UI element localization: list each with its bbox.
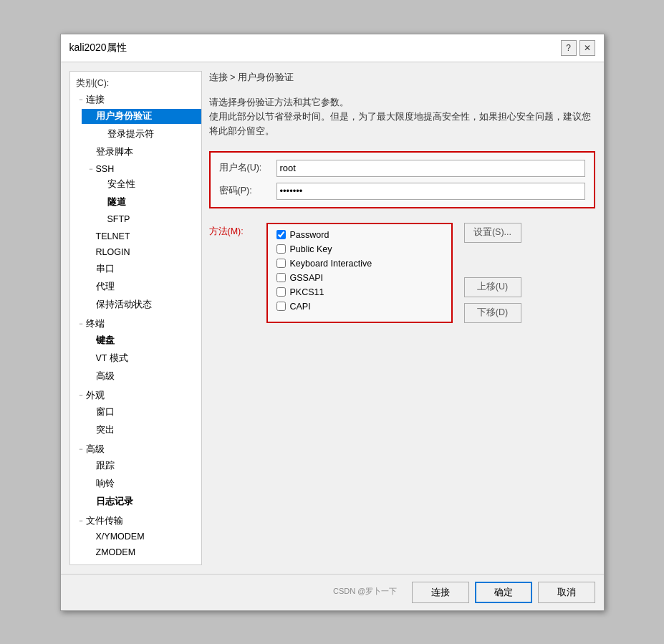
- sidebar-item-user-auth[interactable]: 用户身份验证: [82, 107, 201, 125]
- sidebar-item-keepalive[interactable]: 保持活动状态: [82, 296, 201, 314]
- sidebar-item-keyboard[interactable]: 键盘: [82, 332, 201, 350]
- sidebar-item-terminal-root[interactable]: － 终端 键盘 VT 模式: [70, 315, 201, 387]
- move-up-button[interactable]: 上移(U): [464, 277, 521, 297]
- toggle-icon: [86, 232, 96, 240]
- method-gssapi-label: GSSAPI: [290, 273, 324, 283]
- method-capi-checkbox[interactable]: [276, 302, 286, 311]
- method-gssapi-checkbox[interactable]: [276, 273, 286, 282]
- sidebar: 类别(C): － 连接 用户身份验证: [69, 71, 202, 565]
- method-pkcs11-row[interactable]: PKCS11: [276, 287, 443, 297]
- sidebar-item-xymodem[interactable]: X/YMODEM: [82, 529, 201, 544]
- sidebar-item-label: 安全性: [107, 178, 135, 191]
- sidebar-item-sftp[interactable]: SFTP: [93, 211, 201, 227]
- sidebar-item-rlogin[interactable]: RLOGIN: [82, 244, 201, 260]
- password-input[interactable]: [276, 183, 585, 200]
- method-public-key-row[interactable]: Public Key: [276, 244, 443, 254]
- toggle-icon: [86, 112, 96, 120]
- sidebar-item-label: 窗口: [96, 406, 115, 418]
- sidebar-item-highlight[interactable]: 突出: [82, 421, 201, 439]
- method-password-label: Password: [290, 230, 329, 240]
- method-public-key-checkbox[interactable]: [276, 244, 286, 254]
- dialog-body: 类别(C): － 连接 用户身份验证: [61, 62, 604, 574]
- toggle-icon: －: [76, 444, 86, 454]
- sidebar-item-label: VT 模式: [96, 352, 128, 365]
- credentials-box: 用户名(U): 密码(P):: [209, 151, 595, 208]
- sidebar-item-advanced-root[interactable]: － 高级 跟踪 响铃: [70, 441, 201, 512]
- sidebar-item-appearance-root[interactable]: － 外观 窗口 突出: [70, 387, 201, 441]
- sidebar-item-security[interactable]: 安全性: [93, 176, 201, 193]
- sidebar-item-label: 跟踪: [96, 460, 115, 472]
- sidebar-item-vt-mode[interactable]: VT 模式: [82, 350, 201, 367]
- method-keyboard-row[interactable]: Keyboard Interactive: [276, 259, 443, 269]
- ok-button[interactable]: 确定: [475, 582, 532, 603]
- sidebar-item-zmodem[interactable]: ZMODEM: [82, 544, 201, 560]
- sidebar-item-label: 用户身份验证: [96, 110, 152, 122]
- sidebar-item-telnet[interactable]: TELNET: [82, 229, 201, 244]
- toggle-icon: [86, 498, 96, 506]
- method-pkcs11-checkbox[interactable]: [276, 287, 286, 297]
- sidebar-item-login-prompt[interactable]: 登录提示符: [93, 125, 201, 143]
- sidebar-item-label: 串口: [96, 263, 115, 275]
- password-label: 密码(P):: [219, 185, 276, 197]
- method-box-wrapper: Password Public Key Keyboard Interactive: [266, 223, 595, 323]
- sidebar-item-tunnel[interactable]: 隧道: [93, 193, 201, 211]
- toggle-icon: －: [76, 516, 86, 526]
- sidebar-item-window[interactable]: 窗口: [82, 403, 201, 421]
- toggle-icon: －: [86, 164, 96, 174]
- sidebar-item-label: 隧道: [107, 196, 126, 208]
- sidebar-item-login-script[interactable]: 登录脚本: [82, 143, 201, 161]
- watermark: CSDN @罗卜一下: [69, 582, 406, 603]
- sidebar-item-logging[interactable]: 日志记录: [82, 493, 201, 511]
- method-password-checkbox[interactable]: [276, 230, 286, 239]
- sidebar-item-serial[interactable]: 串口: [82, 260, 201, 278]
- toggle-icon: [86, 373, 96, 380]
- toggle-icon: [86, 480, 96, 488]
- sidebar-item-label: 代理: [96, 281, 115, 293]
- sidebar-item-label: 文件传输: [86, 515, 123, 527]
- sidebar-item-label: 终端: [86, 318, 105, 330]
- sidebar-item-connection[interactable]: － 连接 用户身份验证 登录提示符: [70, 91, 201, 315]
- toggle-icon: [86, 426, 96, 434]
- username-input[interactable]: [276, 160, 585, 177]
- dialog-title: kali2020属性: [69, 42, 127, 54]
- description-line-1: 请选择身份验证方法和其它参数。: [209, 95, 595, 110]
- toggle-icon: [86, 408, 96, 416]
- sidebar-item-ssh[interactable]: － SSH 安全性: [82, 161, 201, 229]
- cancel-button[interactable]: 取消: [538, 582, 595, 603]
- move-down-button[interactable]: 下移(D): [464, 303, 521, 323]
- connect-button[interactable]: 连接: [412, 582, 469, 603]
- toggle-icon: [86, 462, 96, 470]
- toggle-icon: [86, 148, 96, 156]
- sidebar-item-label: SFTP: [107, 214, 130, 224]
- method-gssapi-row[interactable]: GSSAPI: [276, 273, 443, 283]
- settings-button[interactable]: 设置(S)...: [464, 223, 521, 243]
- sidebar-item-advanced-terminal[interactable]: 高级: [82, 367, 201, 385]
- username-label: 用户名(U):: [219, 162, 276, 174]
- sidebar-item-label: 外观: [86, 390, 105, 402]
- help-button[interactable]: ?: [561, 40, 577, 56]
- toggle-icon: [97, 181, 107, 188]
- title-bar: kali2020属性 ? ✕: [61, 34, 604, 62]
- close-button[interactable]: ✕: [579, 40, 595, 56]
- method-password-row[interactable]: Password: [276, 230, 443, 240]
- sidebar-item-proxy[interactable]: 代理: [82, 278, 201, 296]
- sidebar-item-label: RLOGIN: [96, 247, 130, 257]
- sidebar-item-label: 保持活动状态: [96, 299, 152, 311]
- sidebar-item-label: 连接: [86, 94, 105, 106]
- toggle-icon: [86, 248, 96, 256]
- sidebar-item-filetransfer-root[interactable]: － 文件传输 X/YMODEM ZMODEM: [70, 512, 201, 562]
- sidebar-item-bell[interactable]: 响铃: [82, 475, 201, 493]
- sidebar-item-label: TELNET: [96, 231, 130, 241]
- description-line-2: 使用此部分以节省登录时间。但是，为了最大限度地提高安全性，如果担心安全问题，建议…: [209, 110, 595, 138]
- method-label: 方法(M):: [209, 223, 266, 238]
- method-keyboard-checkbox[interactable]: [276, 259, 286, 268]
- breadcrumb: 连接 > 用户身份验证: [209, 71, 595, 88]
- dialog-footer: CSDN @罗卜一下 连接 确定 取消: [61, 574, 604, 610]
- sidebar-item-trace[interactable]: 跟踪: [82, 457, 201, 475]
- main-panel: 连接 > 用户身份验证 请选择身份验证方法和其它参数。 使用此部分以节省登录时间…: [209, 71, 595, 565]
- sidebar-item-label: 键盘: [96, 335, 115, 347]
- sidebar-item-label: SSH: [96, 164, 115, 174]
- method-capi-row[interactable]: CAPI: [276, 302, 443, 312]
- method-buttons: 设置(S)... 上移(U) 下移(D): [464, 223, 521, 323]
- method-section: 方法(M): Password Public Key K: [209, 223, 595, 323]
